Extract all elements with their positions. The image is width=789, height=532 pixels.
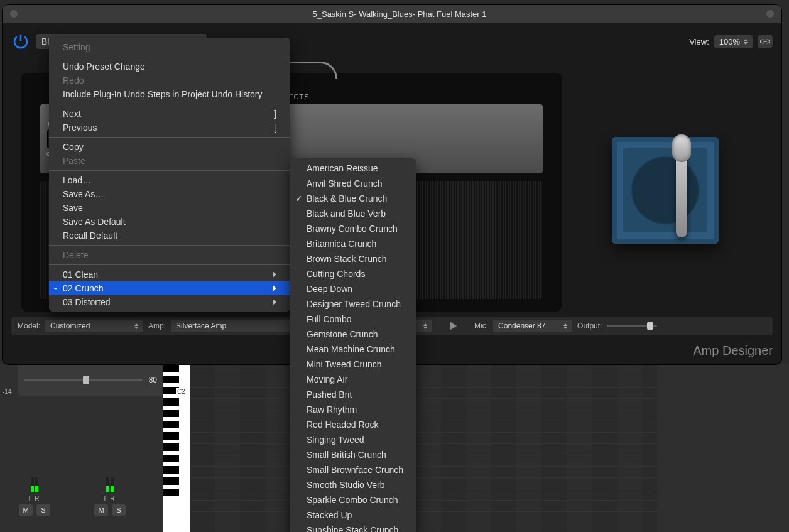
menu-setting: Setting bbox=[49, 40, 290, 54]
submenu-item[interactable]: Mean Machine Crunch bbox=[290, 342, 416, 357]
submenu-item[interactable]: Mini Tweed Crunch bbox=[290, 357, 416, 372]
submenu-item[interactable]: Sparkle Combo Crunch bbox=[290, 492, 416, 508]
zoom-value: 100% bbox=[719, 37, 740, 46]
submenu-item[interactable]: Small British Crunch bbox=[290, 447, 416, 462]
menu-paste: Paste bbox=[49, 154, 290, 168]
submenu-item[interactable]: Gemstone Crunch bbox=[290, 327, 416, 342]
chevron-right-icon bbox=[273, 299, 276, 305]
model-label: Model: bbox=[18, 322, 40, 330]
ir-label: I R bbox=[104, 495, 116, 502]
window-titlebar[interactable]: 5_Saskin S- Walking_Blues- Phat Fuel Mas… bbox=[3, 5, 781, 23]
menu-save-as[interactable]: Save As… bbox=[49, 187, 290, 201]
crunch-submenu: American ReissueAnvil Shred CrunchBlack … bbox=[290, 158, 416, 532]
submenu-item[interactable]: Deep Down bbox=[290, 281, 416, 296]
view-controls: View: 100% bbox=[689, 35, 773, 48]
submenu-item[interactable]: Singing Tweed bbox=[290, 432, 416, 447]
submenu-item[interactable]: Black and Blue Verb bbox=[290, 206, 416, 221]
link-icon bbox=[760, 38, 770, 45]
amp-value: Silverface Amp bbox=[176, 322, 226, 330]
close-dot[interactable] bbox=[10, 10, 18, 18]
submenu-item[interactable]: Small Brownface Crunch bbox=[290, 462, 416, 477]
submenu-item[interactable]: Designer Tweed Crunch bbox=[290, 296, 416, 312]
mic-selector[interactable]: Condenser 87 bbox=[493, 320, 572, 332]
view-label: View: bbox=[689, 37, 709, 46]
traffic-dot[interactable] bbox=[766, 10, 774, 18]
submenu-item[interactable]: Moving Air bbox=[290, 372, 416, 387]
submenu-item[interactable]: Brown Stack Crunch bbox=[290, 251, 416, 266]
cabinet-graphic[interactable] bbox=[612, 137, 719, 244]
menu-next[interactable]: Next] bbox=[49, 107, 290, 121]
menu-include-undo[interactable]: Include Plug-In Undo Steps in Project Un… bbox=[49, 87, 290, 101]
submenu-item[interactable]: Full Combo bbox=[290, 312, 416, 327]
menu-redo: Redo bbox=[49, 73, 290, 87]
plugin-brand: Amp Designer bbox=[693, 344, 773, 358]
mic-value: Condenser 87 bbox=[498, 322, 545, 330]
model-value: Customized bbox=[50, 322, 90, 330]
zoom-selector[interactable]: 100% bbox=[714, 35, 753, 48]
model-selector[interactable]: Customized bbox=[45, 320, 143, 332]
submenu-item[interactable]: American Reissue bbox=[290, 161, 416, 176]
ir-label: I R bbox=[29, 495, 41, 502]
midi-grid[interactable] bbox=[190, 364, 657, 532]
track-value: 80 bbox=[149, 376, 157, 384]
microphone-graphic[interactable] bbox=[676, 156, 687, 237]
submenu-item[interactable]: Raw Rhythm bbox=[290, 402, 416, 417]
preset-context-menu: Setting Undo Preset Change Redo Include … bbox=[49, 38, 290, 312]
solo-button[interactable]: S bbox=[36, 504, 50, 516]
submenu-item[interactable]: Stacked Up bbox=[290, 508, 416, 523]
chevron-right-icon bbox=[273, 271, 276, 278]
power-icon[interactable] bbox=[11, 32, 30, 51]
menu-save-default[interactable]: Save As Default bbox=[49, 215, 290, 229]
play-icon[interactable] bbox=[450, 322, 457, 330]
menu-recall-default[interactable]: Recall Default bbox=[49, 229, 290, 242]
mic-label: Mic: bbox=[474, 322, 488, 330]
menu-save[interactable]: Save bbox=[49, 201, 290, 215]
menu-cat-distorted[interactable]: 03 Distorted bbox=[49, 295, 290, 309]
submenu-item[interactable]: Britannica Crunch bbox=[290, 236, 416, 251]
menu-delete: Delete bbox=[49, 248, 290, 262]
submenu-item[interactable]: Anvil Shred Crunch bbox=[290, 176, 416, 191]
mute-button[interactable]: M bbox=[19, 504, 33, 516]
track-pan-slider[interactable] bbox=[24, 379, 143, 381]
mute-button[interactable]: M bbox=[94, 504, 108, 516]
menu-copy[interactable]: Copy bbox=[49, 140, 290, 154]
menu-load[interactable]: Load… bbox=[49, 173, 290, 187]
submenu-item[interactable]: Cutting Chords bbox=[290, 266, 416, 281]
menu-previous[interactable]: Previous[ bbox=[49, 121, 290, 134]
channel-meters: I R M S I R M S bbox=[19, 477, 126, 516]
submenu-item[interactable]: Brawny Combo Crunch bbox=[290, 221, 416, 236]
menu-cat-crunch[interactable]: -02 Crunch bbox=[49, 281, 290, 295]
solo-button[interactable]: S bbox=[112, 504, 126, 516]
submenu-item[interactable]: Black & Blue Crunch bbox=[290, 191, 416, 206]
amp-label: Amp: bbox=[148, 322, 166, 330]
submenu-item[interactable]: Pushed Brit bbox=[290, 387, 416, 402]
submenu-item[interactable]: Smooth Studio Verb bbox=[290, 477, 416, 492]
submenu-item[interactable]: Sunshine Stack Crunch bbox=[290, 523, 416, 532]
window-title: 5_Saskin S- Walking_Blues- Phat Fuel Mas… bbox=[18, 9, 781, 19]
track-header[interactable]: 80 bbox=[18, 364, 162, 396]
menu-undo[interactable]: Undo Preset Change bbox=[49, 60, 290, 73]
output-label: Output: bbox=[577, 322, 602, 330]
key-label: C2 bbox=[176, 388, 187, 395]
chevron-right-icon bbox=[273, 285, 276, 291]
chevron-updown-icon bbox=[744, 39, 748, 45]
menu-cat-clean[interactable]: 01 Clean bbox=[49, 268, 290, 281]
output-slider[interactable] bbox=[607, 325, 657, 327]
submenu-item[interactable]: Red Headed Rock bbox=[290, 417, 416, 432]
db-readout: -14 bbox=[3, 388, 11, 395]
link-button[interactable] bbox=[758, 35, 773, 48]
